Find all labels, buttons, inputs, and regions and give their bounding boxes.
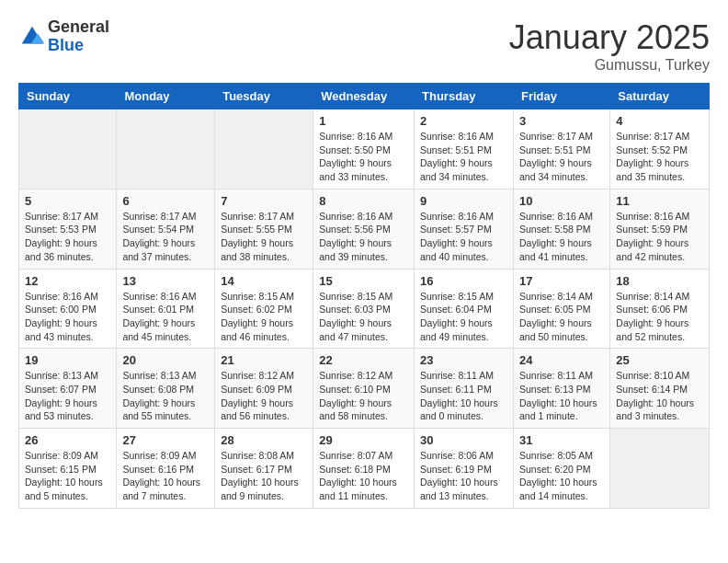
calendar-cell: 22Sunrise: 8:12 AM Sunset: 6:10 PM Dayli… bbox=[313, 349, 415, 429]
day-number: 28 bbox=[221, 433, 307, 447]
day-info: Sunrise: 8:09 AM Sunset: 6:16 PM Dayligh… bbox=[122, 449, 209, 503]
day-info: Sunrise: 8:17 AM Sunset: 5:52 PM Dayligh… bbox=[616, 130, 703, 184]
day-info: Sunrise: 8:05 AM Sunset: 6:20 PM Dayligh… bbox=[519, 449, 604, 503]
day-info: Sunrise: 8:17 AM Sunset: 5:53 PM Dayligh… bbox=[25, 210, 110, 264]
day-info: Sunrise: 8:17 AM Sunset: 5:54 PM Dayligh… bbox=[122, 210, 209, 264]
day-number: 7 bbox=[221, 194, 307, 208]
weekday-header-saturday: Saturday bbox=[610, 84, 710, 109]
day-info: Sunrise: 8:17 AM Sunset: 5:51 PM Dayligh… bbox=[519, 130, 604, 184]
day-number: 3 bbox=[519, 114, 604, 128]
day-info: Sunrise: 8:12 AM Sunset: 6:09 PM Dayligh… bbox=[221, 369, 307, 423]
location: Gumussu, Turkey bbox=[509, 57, 710, 74]
day-info: Sunrise: 8:13 AM Sunset: 6:07 PM Dayligh… bbox=[25, 369, 110, 423]
calendar-cell: 24Sunrise: 8:11 AM Sunset: 6:13 PM Dayli… bbox=[513, 349, 609, 429]
day-info: Sunrise: 8:17 AM Sunset: 5:55 PM Dayligh… bbox=[221, 210, 307, 264]
day-number: 29 bbox=[319, 433, 408, 447]
day-info: Sunrise: 8:12 AM Sunset: 6:10 PM Dayligh… bbox=[319, 369, 408, 423]
day-number: 11 bbox=[616, 194, 703, 208]
day-info: Sunrise: 8:14 AM Sunset: 6:05 PM Dayligh… bbox=[519, 290, 604, 344]
day-info: Sunrise: 8:16 AM Sunset: 6:00 PM Dayligh… bbox=[25, 290, 110, 344]
day-number: 13 bbox=[122, 274, 209, 288]
calendar-table: SundayMondayTuesdayWednesdayThursdayFrid… bbox=[18, 83, 710, 509]
calendar-cell: 7Sunrise: 8:17 AM Sunset: 5:55 PM Daylig… bbox=[215, 189, 313, 269]
calendar-cell: 30Sunrise: 8:06 AM Sunset: 6:19 PM Dayli… bbox=[415, 429, 514, 509]
day-number: 5 bbox=[25, 194, 110, 208]
day-number: 20 bbox=[122, 353, 209, 367]
calendar-cell bbox=[215, 109, 313, 190]
day-info: Sunrise: 8:16 AM Sunset: 5:50 PM Dayligh… bbox=[319, 130, 408, 184]
day-number: 12 bbox=[25, 274, 110, 288]
day-info: Sunrise: 8:09 AM Sunset: 6:15 PM Dayligh… bbox=[25, 449, 110, 503]
day-number: 26 bbox=[25, 433, 110, 447]
day-info: Sunrise: 8:07 AM Sunset: 6:18 PM Dayligh… bbox=[319, 449, 408, 503]
day-info: Sunrise: 8:15 AM Sunset: 6:02 PM Dayligh… bbox=[221, 290, 307, 344]
day-number: 8 bbox=[319, 194, 408, 208]
logo: General Blue bbox=[18, 18, 109, 55]
day-info: Sunrise: 8:16 AM Sunset: 5:58 PM Dayligh… bbox=[519, 210, 604, 264]
day-number: 1 bbox=[319, 114, 408, 128]
day-info: Sunrise: 8:13 AM Sunset: 6:08 PM Dayligh… bbox=[122, 369, 209, 423]
calendar-week-5: 26Sunrise: 8:09 AM Sunset: 6:15 PM Dayli… bbox=[19, 429, 710, 509]
day-number: 31 bbox=[519, 433, 604, 447]
calendar-cell: 15Sunrise: 8:15 AM Sunset: 6:03 PM Dayli… bbox=[313, 269, 415, 349]
day-number: 4 bbox=[616, 114, 703, 128]
calendar-cell: 17Sunrise: 8:14 AM Sunset: 6:05 PM Dayli… bbox=[513, 269, 609, 349]
day-number: 9 bbox=[420, 194, 507, 208]
day-info: Sunrise: 8:15 AM Sunset: 6:04 PM Dayligh… bbox=[420, 290, 507, 344]
calendar-cell: 23Sunrise: 8:11 AM Sunset: 6:11 PM Dayli… bbox=[415, 349, 514, 429]
day-number: 6 bbox=[122, 194, 209, 208]
day-number: 21 bbox=[221, 353, 307, 367]
logo-blue: Blue bbox=[48, 37, 109, 55]
calendar-cell bbox=[19, 109, 117, 190]
weekday-header-friday: Friday bbox=[513, 84, 609, 109]
logo-text: General Blue bbox=[48, 18, 109, 55]
calendar-cell: 1Sunrise: 8:16 AM Sunset: 5:50 PM Daylig… bbox=[313, 109, 415, 190]
calendar-cell: 18Sunrise: 8:14 AM Sunset: 6:06 PM Dayli… bbox=[610, 269, 710, 349]
calendar-cell: 20Sunrise: 8:13 AM Sunset: 6:08 PM Dayli… bbox=[117, 349, 215, 429]
title-block: January 2025 Gumussu, Turkey bbox=[509, 18, 710, 74]
calendar-cell: 6Sunrise: 8:17 AM Sunset: 5:54 PM Daylig… bbox=[117, 189, 215, 269]
day-info: Sunrise: 8:16 AM Sunset: 6:01 PM Dayligh… bbox=[122, 290, 209, 344]
calendar-cell: 13Sunrise: 8:16 AM Sunset: 6:01 PM Dayli… bbox=[117, 269, 215, 349]
logo-icon bbox=[18, 23, 46, 51]
calendar-cell: 12Sunrise: 8:16 AM Sunset: 6:00 PM Dayli… bbox=[19, 269, 117, 349]
calendar-cell bbox=[610, 429, 710, 509]
day-number: 30 bbox=[420, 433, 507, 447]
weekday-header-sunday: Sunday bbox=[19, 84, 117, 109]
weekday-header-monday: Monday bbox=[117, 84, 215, 109]
day-info: Sunrise: 8:10 AM Sunset: 6:14 PM Dayligh… bbox=[616, 369, 703, 423]
calendar-cell: 4Sunrise: 8:17 AM Sunset: 5:52 PM Daylig… bbox=[610, 109, 710, 190]
day-number: 27 bbox=[122, 433, 209, 447]
calendar-cell: 8Sunrise: 8:16 AM Sunset: 5:56 PM Daylig… bbox=[313, 189, 415, 269]
day-info: Sunrise: 8:08 AM Sunset: 6:17 PM Dayligh… bbox=[221, 449, 307, 503]
calendar-cell: 3Sunrise: 8:17 AM Sunset: 5:51 PM Daylig… bbox=[513, 109, 609, 190]
calendar-cell: 14Sunrise: 8:15 AM Sunset: 6:02 PM Dayli… bbox=[215, 269, 313, 349]
day-number: 22 bbox=[319, 353, 408, 367]
day-number: 14 bbox=[221, 274, 307, 288]
day-number: 17 bbox=[519, 274, 604, 288]
calendar-cell: 28Sunrise: 8:08 AM Sunset: 6:17 PM Dayli… bbox=[215, 429, 313, 509]
calendar-cell: 27Sunrise: 8:09 AM Sunset: 6:16 PM Dayli… bbox=[117, 429, 215, 509]
calendar-cell: 25Sunrise: 8:10 AM Sunset: 6:14 PM Dayli… bbox=[610, 349, 710, 429]
day-number: 23 bbox=[420, 353, 507, 367]
day-number: 15 bbox=[319, 274, 408, 288]
day-info: Sunrise: 8:06 AM Sunset: 6:19 PM Dayligh… bbox=[420, 449, 507, 503]
weekday-header-thursday: Thursday bbox=[415, 84, 514, 109]
day-info: Sunrise: 8:16 AM Sunset: 5:59 PM Dayligh… bbox=[616, 210, 703, 264]
day-number: 2 bbox=[420, 114, 507, 128]
weekday-header-row: SundayMondayTuesdayWednesdayThursdayFrid… bbox=[19, 84, 710, 109]
calendar-cell: 31Sunrise: 8:05 AM Sunset: 6:20 PM Dayli… bbox=[513, 429, 609, 509]
day-number: 24 bbox=[519, 353, 604, 367]
day-number: 19 bbox=[25, 353, 110, 367]
day-info: Sunrise: 8:15 AM Sunset: 6:03 PM Dayligh… bbox=[319, 290, 408, 344]
day-info: Sunrise: 8:16 AM Sunset: 5:57 PM Dayligh… bbox=[420, 210, 507, 264]
calendar-week-3: 12Sunrise: 8:16 AM Sunset: 6:00 PM Dayli… bbox=[19, 269, 710, 349]
day-number: 25 bbox=[616, 353, 703, 367]
calendar-week-1: 1Sunrise: 8:16 AM Sunset: 5:50 PM Daylig… bbox=[19, 109, 710, 190]
logo-general: General bbox=[48, 18, 109, 37]
calendar-cell: 29Sunrise: 8:07 AM Sunset: 6:18 PM Dayli… bbox=[313, 429, 415, 509]
calendar-cell: 19Sunrise: 8:13 AM Sunset: 6:07 PM Dayli… bbox=[19, 349, 117, 429]
day-info: Sunrise: 8:14 AM Sunset: 6:06 PM Dayligh… bbox=[616, 290, 703, 344]
calendar-cell: 26Sunrise: 8:09 AM Sunset: 6:15 PM Dayli… bbox=[19, 429, 117, 509]
calendar-cell: 5Sunrise: 8:17 AM Sunset: 5:53 PM Daylig… bbox=[19, 189, 117, 269]
